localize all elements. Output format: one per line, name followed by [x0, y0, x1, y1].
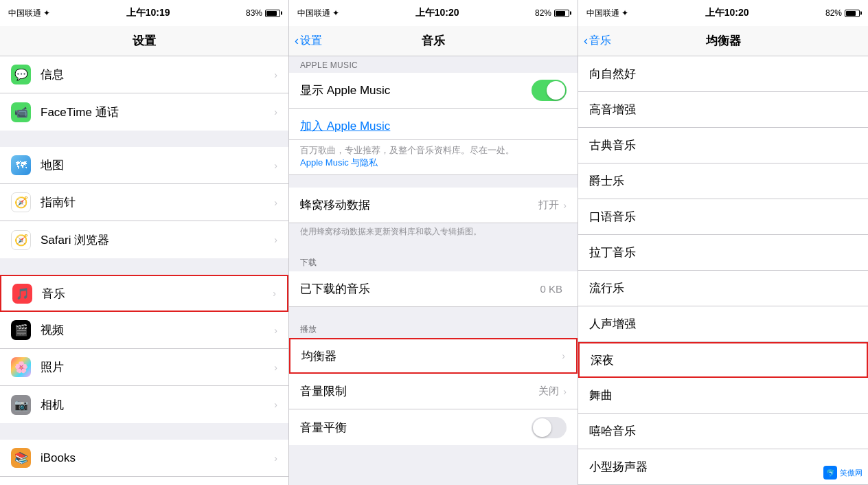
- eq-label-9: 舞曲: [589, 387, 857, 403]
- settings-item-photos[interactable]: 🌸 照片 ›: [0, 349, 288, 386]
- status-bar-2: 中国联通 ✦ 上午10:20 82%: [289, 0, 578, 26]
- eq-label-4: 口语音乐: [589, 209, 857, 225]
- value-downloaded-music: 0 KB: [540, 283, 562, 295]
- battery-percent-2: 82%: [535, 8, 551, 18]
- panel-equalizer: 中国联通 ✦ 上午10:20 82% ‹ 音乐 均衡器 向自然好 高音增强 古典…: [578, 0, 868, 485]
- eq-label-7: 人声增强: [589, 316, 857, 332]
- carrier-3: 中国联通 ✦: [586, 8, 628, 19]
- label-equalizer: 均衡器: [301, 348, 562, 364]
- settings-item-music[interactable]: 🎵 音乐 ›: [0, 275, 288, 312]
- label-show-apple-music: 显示 Apple Music: [300, 82, 532, 98]
- music-item-volume-limit[interactable]: 音量限制 关闭 ›: [289, 374, 578, 409]
- settings-item-videos[interactable]: 🎬 视频 ›: [0, 312, 288, 349]
- music-item-equalizer[interactable]: 均衡器 ›: [289, 338, 578, 374]
- section-header-download: 下载: [289, 253, 578, 271]
- item-label-compass: 指南针: [41, 194, 274, 210]
- nav-bar-eq: ‹ 音乐 均衡器: [578, 26, 868, 56]
- eq-item-3[interactable]: 爵士乐: [578, 163, 868, 199]
- back-chevron-music: ‹: [295, 34, 299, 48]
- apple-music-description: 百万歌曲，专业推荐，及整个音乐资料库。尽在一处。 Apple Music 与隐私: [289, 140, 578, 175]
- music-item-show-apple-music[interactable]: 显示 Apple Music: [289, 73, 578, 109]
- item-label-ibooks: iBooks: [41, 451, 274, 465]
- apple-music-privacy-link[interactable]: Apple Music 与隐私: [300, 157, 378, 168]
- music-list: APPLE MUSIC 显示 Apple Music 加入 Apple Musi…: [289, 56, 578, 485]
- panel-music: 中国联通 ✦ 上午10:20 82% ‹ 设置 音乐 APPLE MUSIC 显…: [289, 0, 578, 485]
- eq-item-2[interactable]: 古典音乐: [578, 128, 868, 163]
- item-label-videos: 视频: [41, 322, 274, 338]
- settings-item-safari[interactable]: 🧭 Safari 浏览器 ›: [0, 221, 288, 258]
- settings-section-media: 🎵 音乐 › 🎬 视频 › 🌸 照片 › 📷 相机 ›: [0, 275, 288, 423]
- settings-section-messaging: 💬 信息 › 📹 FaceTime 通话 ›: [0, 56, 288, 131]
- item-label-safari: Safari 浏览器: [41, 232, 274, 248]
- item-label-facetime: FaceTime 通话: [41, 104, 274, 120]
- icon-music: 🎵: [12, 284, 32, 304]
- chevron-right-ibooks: ›: [274, 453, 277, 464]
- back-label-eq: 音乐: [589, 34, 611, 48]
- eq-label-5: 拉丁音乐: [589, 245, 857, 260]
- chevron-right-videos: ›: [274, 325, 277, 336]
- item-label-messages: 信息: [41, 67, 274, 82]
- back-button-music[interactable]: ‹ 设置: [295, 34, 322, 48]
- carrier-2: 中国联通 ✦: [297, 8, 339, 19]
- eq-item-7[interactable]: 人声增强: [578, 306, 868, 342]
- icon-safari: 🧭: [11, 230, 31, 250]
- battery-area-3: 82%: [825, 8, 860, 18]
- icon-ibooks: 📚: [11, 448, 31, 468]
- icon-videos: 🎬: [11, 320, 31, 340]
- time-3: 上午10:20: [705, 7, 749, 19]
- eq-item-10[interactable]: 嘻哈音乐: [578, 414, 868, 449]
- settings-list: 💬 信息 › 📹 FaceTime 通话 › 🗺 地图 › 🧭 指南针: [0, 56, 288, 485]
- nav-bar-settings: 设置: [0, 26, 288, 56]
- section-header-apple-music: APPLE MUSIC: [289, 56, 578, 73]
- watermark-icon: 🐬: [823, 466, 837, 480]
- nav-title-settings: 设置: [133, 33, 156, 49]
- eq-label-2: 古典音乐: [589, 137, 857, 153]
- eq-item-1[interactable]: 高音增强: [578, 92, 868, 128]
- join-apple-music-link[interactable]: 加入 Apple Music: [300, 115, 567, 137]
- settings-item-ibooks[interactable]: 📚 iBooks ›: [0, 440, 288, 477]
- battery-icon-2: [554, 10, 569, 17]
- battery-icon-1: [265, 10, 280, 17]
- item-label-camera: 相机: [41, 397, 274, 413]
- time-1: 上午10:19: [126, 7, 170, 19]
- back-button-eq[interactable]: ‹ 音乐: [584, 34, 611, 48]
- eq-item-8[interactable]: 深夜: [578, 342, 868, 378]
- music-item-sound-balance[interactable]: 音量平衡: [289, 409, 578, 445]
- label-volume-limit: 音量限制: [300, 383, 538, 399]
- cellular-note: 使用蜂窝移动数据来更新资料库和载入专辑插图。: [289, 223, 578, 240]
- settings-item-maps[interactable]: 🗺 地图 ›: [0, 147, 288, 184]
- settings-item-camera[interactable]: 📷 相机 ›: [0, 386, 288, 423]
- eq-label-8: 深夜: [591, 352, 856, 368]
- eq-item-0[interactable]: 向自然好: [578, 56, 868, 92]
- chevron-right-messages: ›: [274, 69, 277, 80]
- battery-icon-3: [845, 10, 860, 17]
- icon-photos: 🌸: [11, 357, 31, 377]
- eq-item-5[interactable]: 拉丁音乐: [578, 235, 868, 271]
- toggle-sound-balance[interactable]: [532, 417, 567, 438]
- settings-item-messages[interactable]: 💬 信息 ›: [0, 56, 288, 93]
- icon-camera: 📷: [11, 395, 31, 415]
- music-item-downloaded[interactable]: 已下载的音乐 0 KB: [289, 271, 578, 307]
- settings-item-compass[interactable]: 🧭 指南针 ›: [0, 184, 288, 221]
- eq-item-4[interactable]: 口语音乐: [578, 199, 868, 235]
- nav-title-eq: 均衡器: [706, 33, 741, 49]
- toggle-show-apple-music[interactable]: [532, 80, 567, 101]
- settings-item-facetime[interactable]: 📹 FaceTime 通话 ›: [0, 93, 288, 131]
- battery-area-1: 83%: [246, 8, 280, 18]
- chevron-right-music: ›: [273, 288, 276, 299]
- apple-music-join-section: 加入 Apple Music: [289, 109, 578, 140]
- music-item-cellular[interactable]: 蜂窝移动数据 打开 ›: [289, 188, 578, 223]
- eq-item-6[interactable]: 流行乐: [578, 271, 868, 306]
- label-downloaded-music: 已下载的音乐: [300, 281, 540, 297]
- eq-label-11: 小型扬声器: [589, 459, 857, 475]
- label-cellular: 蜂窝移动数据: [300, 197, 538, 213]
- eq-label-6: 流行乐: [589, 280, 857, 296]
- eq-item-9[interactable]: 舞曲: [578, 378, 868, 414]
- item-label-maps: 地图: [41, 157, 274, 173]
- chevron-right-camera: ›: [274, 399, 277, 410]
- settings-item-podcasts[interactable]: 🎙 播客 ›: [0, 477, 288, 485]
- back-label-music: 设置: [300, 34, 322, 48]
- chevron-right-compass: ›: [274, 197, 277, 208]
- chevron-right-volume-limit: ›: [563, 386, 567, 397]
- eq-label-3: 爵士乐: [589, 173, 857, 189]
